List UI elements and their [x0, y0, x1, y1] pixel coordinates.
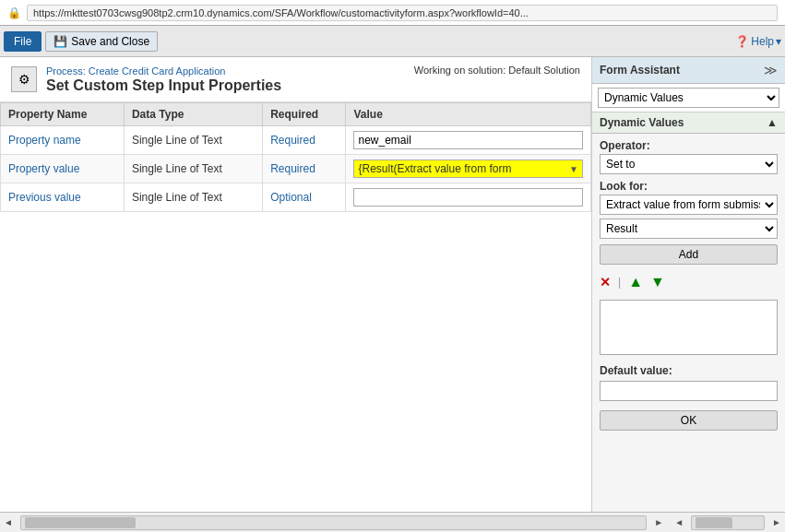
value-input-3[interactable]	[353, 188, 583, 207]
help-icon: ❓	[735, 35, 749, 48]
form-assistant-header: Form Assistant ≫	[592, 57, 785, 84]
default-value-label: Default value:	[600, 364, 778, 377]
dynamic-values-row: Dynamic Values	[592, 84, 785, 112]
form-assistant-panel: Form Assistant ≫ Dynamic Values Dynamic …	[591, 57, 785, 512]
scroll-right-arrow[interactable]: ►	[650, 517, 667, 527]
col-property-name: Property Name	[1, 103, 125, 126]
collapse-icon[interactable]: ▲	[767, 116, 778, 129]
page-header: ⚙ Process: Create Credit Card Applicatio…	[0, 57, 591, 102]
operator-label: Operator:	[600, 139, 778, 152]
main-content: ⚙ Process: Create Credit Card Applicatio…	[0, 57, 785, 512]
dynamic-value-field[interactable]: {Result(Extract value from form ▼	[353, 160, 583, 178]
page-icon: ⚙	[11, 66, 37, 92]
url-text[interactable]: https://mkttest0703cwsg908tp2.crm10.dyna…	[27, 5, 778, 21]
required-2: Required	[270, 162, 315, 175]
scroll-left-arrow[interactable]: ◄	[0, 517, 17, 527]
file-button[interactable]: File	[4, 31, 42, 52]
process-link[interactable]: Process: Create Credit Card Application	[46, 65, 225, 77]
move-up-icon[interactable]: ▲	[628, 274, 643, 290]
assistant-body: Operator: Set to Look for: Extract value…	[592, 134, 785, 512]
lock-icon: 🔒	[7, 6, 21, 19]
default-value-input[interactable]	[600, 381, 778, 401]
horizontal-scrollbar[interactable]	[20, 515, 647, 530]
look-for-section: Look for: Extract value from form submis…	[600, 180, 778, 239]
result-select[interactable]: Result	[600, 219, 778, 239]
dynamic-values-section-title: Dynamic Values	[600, 116, 684, 129]
separator-1: |	[618, 276, 621, 289]
toolbar: File 💾 Save and Close ❓ Help ▾	[0, 26, 785, 57]
data-type-1: Single Line of Text	[124, 126, 262, 155]
col-required: Required	[263, 103, 346, 126]
ok-button[interactable]: OK	[600, 410, 778, 431]
property-name-1: Property name	[8, 134, 81, 147]
properties-table: Property Name Data Type Required Value P…	[0, 102, 591, 212]
help-button[interactable]: ❓ Help ▾	[735, 35, 781, 48]
add-button[interactable]: Add	[600, 244, 778, 265]
dynamic-values-select[interactable]: Dynamic Values	[598, 88, 779, 108]
data-type-2: Single Line of Text	[124, 155, 262, 183]
solution-text: Working on solution: Default Solution	[414, 65, 580, 76]
table-row: Property value Single Line of Text Requi…	[1, 155, 591, 183]
default-value-section: Default value:	[600, 364, 778, 401]
required-1: Required	[270, 134, 315, 147]
status-bar: ◄ ► ◄ ►	[0, 512, 785, 532]
scrollbar-thumb	[25, 517, 136, 528]
property-name-2: Property value	[8, 162, 79, 175]
address-bar: 🔒 https://mkttest0703cwsg908tp2.crm10.dy…	[0, 0, 785, 26]
form-assistant-title: Form Assistant	[600, 64, 680, 77]
required-3: Optional	[270, 191, 312, 204]
col-value: Value	[346, 103, 591, 126]
property-name-3: Previous value	[8, 191, 81, 204]
scroll-right-panel-right[interactable]: ►	[768, 517, 785, 527]
operator-section: Operator: Set to	[600, 139, 778, 174]
dynamic-values-section: Dynamic Values ▲	[592, 112, 785, 134]
expand-icon[interactable]: ≫	[764, 63, 778, 77]
save-close-button[interactable]: 💾 Save and Close	[45, 31, 158, 52]
table-row: Property name Single Line of Text Requir…	[1, 126, 591, 155]
operator-select[interactable]: Set to	[600, 154, 778, 174]
delete-icon[interactable]: ✕	[600, 275, 611, 290]
value-input-1[interactable]	[353, 131, 583, 149]
look-for-label: Look for:	[600, 180, 778, 193]
table-container: Property Name Data Type Required Value P…	[0, 102, 591, 512]
move-down-icon[interactable]: ▼	[650, 274, 665, 290]
values-list-box[interactable]	[600, 300, 778, 355]
left-panel: ⚙ Process: Create Credit Card Applicatio…	[0, 57, 591, 512]
dynamic-dropdown-arrow[interactable]: ▼	[569, 164, 578, 174]
page-header-text: Process: Create Credit Card Application …	[46, 65, 405, 94]
scroll-right-panel-left[interactable]: ◄	[671, 517, 687, 527]
table-row: Previous value Single Line of Text Optio…	[1, 183, 591, 212]
action-icons: ✕ | ▲ ▼	[600, 270, 778, 294]
col-data-type: Data Type	[124, 103, 262, 126]
look-for-select[interactable]: Extract value from form submission	[600, 195, 778, 215]
dynamic-value-text: {Result(Extract value from form	[358, 162, 511, 175]
right-panel-scrollbar[interactable]	[691, 515, 765, 530]
right-scrollbar-thumb	[696, 517, 732, 528]
data-type-3: Single Line of Text	[124, 183, 262, 212]
save-icon: 💾	[54, 35, 67, 48]
page-title: Set Custom Step Input Properties	[46, 77, 405, 94]
